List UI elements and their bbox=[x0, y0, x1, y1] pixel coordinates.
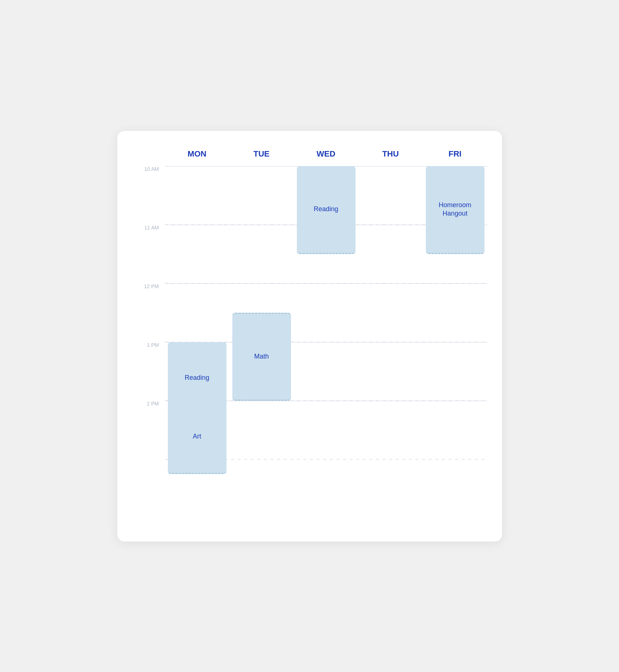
calendar-body: 10 AM 11 AM 12 PM 1 PM bbox=[132, 166, 487, 518]
hour-row-12pm: 12 PM bbox=[132, 283, 487, 342]
header-row: MON TUE WED THU FRI bbox=[132, 146, 487, 162]
day-header-wed: WED bbox=[294, 146, 358, 162]
calendar-container: MON TUE WED THU FRI 10 AM 11 AM 12 PM bbox=[117, 131, 502, 541]
day-header-tue: TUE bbox=[229, 146, 294, 162]
hour-row-11am: 11 AM bbox=[132, 225, 487, 283]
time-label-2pm: 2 PM bbox=[132, 401, 165, 407]
header-spacer bbox=[132, 146, 165, 162]
hour-row-1pm: 1 PM bbox=[132, 342, 487, 401]
time-label-10am: 10 AM bbox=[132, 166, 165, 172]
solid-line-1pm bbox=[165, 342, 487, 342]
solid-line-11am bbox=[165, 225, 487, 225]
hour-row-2pm: 2 PM bbox=[132, 401, 487, 459]
hour-row-10am: 10 AM bbox=[132, 166, 487, 225]
solid-line-10am bbox=[165, 166, 487, 166]
hour-row-3pm bbox=[132, 459, 487, 518]
time-label-12pm: 12 PM bbox=[132, 283, 165, 289]
day-header-mon: MON bbox=[165, 146, 229, 162]
day-header-thu: THU bbox=[358, 146, 423, 162]
solid-line-12pm bbox=[165, 283, 487, 284]
day-header-fri: FRI bbox=[423, 146, 487, 162]
solid-line-2pm bbox=[165, 401, 487, 401]
time-label-11am: 11 AM bbox=[132, 225, 165, 231]
time-label-1pm: 1 PM bbox=[132, 342, 165, 348]
